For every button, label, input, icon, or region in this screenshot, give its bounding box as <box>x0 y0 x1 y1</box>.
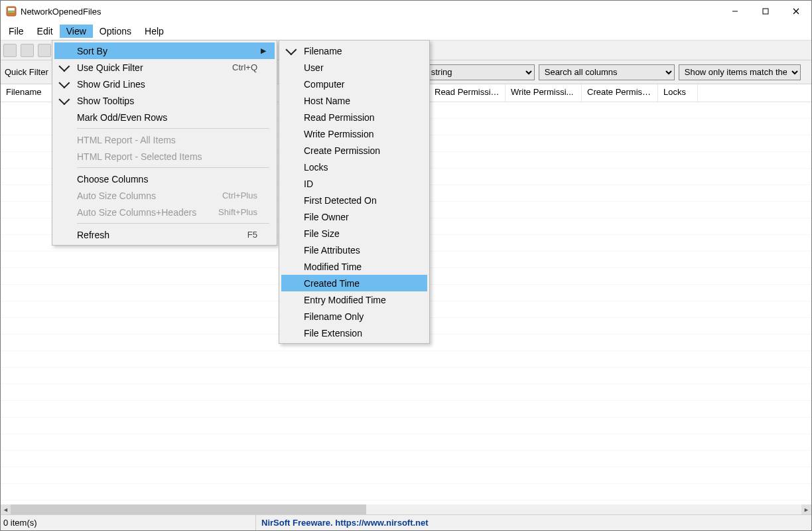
menu-show-tooltips[interactable]: Show Tooltips <box>54 92 275 109</box>
check-icon <box>58 77 70 88</box>
toolbar-button-1[interactable] <box>3 44 17 57</box>
menubar: File Edit View Options Help <box>1 22 811 40</box>
scroll-left-arrow[interactable]: ◄ <box>1 504 11 514</box>
sort-option-label: Computer <box>304 79 344 90</box>
scroll-thumb[interactable] <box>11 504 366 514</box>
scroll-right-arrow[interactable]: ► <box>801 504 811 514</box>
toolbar-button-2[interactable] <box>21 44 34 57</box>
maximize-button[interactable] <box>750 1 781 22</box>
menu-view[interactable]: View <box>60 25 93 38</box>
svg-rect-1 <box>8 8 15 11</box>
app-icon <box>6 6 17 17</box>
column-header[interactable]: Create Permiss... <box>582 84 658 102</box>
sort-by-host-name[interactable]: Host Name <box>281 92 427 109</box>
horizontal-scrollbar[interactable]: ◄ ► <box>1 504 811 514</box>
sort-option-label: File Size <box>304 228 340 239</box>
sort-option-label: Read Permission <box>304 112 375 123</box>
menu-use-quick-filter[interactable]: Use Quick FilterCtrl+Q <box>54 59 275 76</box>
menu-separator <box>77 128 269 129</box>
menu-auto-size-headers: Auto Size Columns+HeadersShift+Plus <box>54 204 275 220</box>
menu-html-selected: HTML Report - Selected Items <box>54 148 275 165</box>
sort-by-computer[interactable]: Computer <box>281 76 427 92</box>
menu-options[interactable]: Options <box>93 25 138 38</box>
menu-show-grid-lines[interactable]: Show Grid Lines <box>54 76 275 92</box>
sort-by-write-permission[interactable]: Write Permission <box>281 125 427 142</box>
menu-edit[interactable]: Edit <box>31 25 60 38</box>
menu-separator <box>77 167 269 168</box>
close-button[interactable] <box>781 1 811 22</box>
status-link[interactable]: NirSoft Freeware. https://www.nirsoft.ne… <box>256 515 811 530</box>
sort-by-file-extension[interactable]: File Extension <box>281 325 427 341</box>
sort-option-label: File Extension <box>304 328 362 339</box>
sort-option-label: Filename Only <box>304 311 364 322</box>
sort-by-file-attributes[interactable]: File Attributes <box>281 242 427 258</box>
sort-by-read-permission[interactable]: Read Permission <box>281 109 427 125</box>
sort-by-submenu: FilenameUserComputerHost NameRead Permis… <box>279 40 430 344</box>
sort-option-label: User <box>304 62 324 73</box>
sort-by-user[interactable]: User <box>281 59 427 76</box>
sort-by-created-time[interactable]: Created Time <box>281 275 427 291</box>
quick-filter-label: Quick Filter <box>5 67 48 77</box>
quick-filter-search-mode[interactable]: string <box>425 64 535 80</box>
sort-option-label: File Attributes <box>304 245 360 256</box>
sort-option-label: Entry Modified Time <box>304 295 386 305</box>
menu-refresh[interactable]: RefreshF5 <box>54 226 275 243</box>
sort-by-id[interactable]: ID <box>281 175 427 192</box>
sort-option-label: Create Permission <box>304 145 380 156</box>
column-header[interactable]: Write Permissi... <box>506 84 582 102</box>
svg-rect-4 <box>763 9 768 14</box>
status-item-count: 0 item(s) <box>1 515 256 530</box>
sort-option-label: Write Permission <box>304 129 374 139</box>
sort-option-label: First Detected On <box>304 195 377 206</box>
quick-filter-match-mode[interactable]: Show only items match the f <box>679 64 801 80</box>
sort-option-label: Modified Time <box>304 262 362 272</box>
sort-option-label: File Owner <box>304 212 349 222</box>
sort-by-file-owner[interactable]: File Owner <box>281 208 427 225</box>
sort-by-locks[interactable]: Locks <box>281 159 427 175</box>
sort-by-entry-modified-time[interactable]: Entry Modified Time <box>281 291 427 308</box>
quick-filter-columns[interactable]: Search all columns <box>539 64 675 80</box>
sort-by-filename-only[interactable]: Filename Only <box>281 308 427 325</box>
sort-option-label: Host Name <box>304 96 350 106</box>
menu-mark-odd-even[interactable]: Mark Odd/Even Rows <box>54 109 275 125</box>
statusbar: 0 item(s) NirSoft Freeware. https://www.… <box>1 514 811 530</box>
sort-option-label: Created Time <box>304 278 360 289</box>
svg-rect-2 <box>8 11 15 13</box>
sort-option-label: ID <box>304 179 313 189</box>
menu-auto-size-columns: Auto Size ColumnsCtrl+Plus <box>54 187 275 204</box>
menu-file[interactable]: File <box>2 25 31 38</box>
menu-choose-columns[interactable]: Choose Columns <box>54 171 275 187</box>
check-icon <box>285 44 297 55</box>
toolbar-button-3[interactable] <box>38 44 51 57</box>
sort-by-create-permission[interactable]: Create Permission <box>281 142 427 159</box>
view-menu-dropdown: Sort By▶ Use Quick FilterCtrl+Q Show Gri… <box>52 40 277 246</box>
column-header[interactable]: Locks <box>658 84 698 102</box>
menu-sort-by[interactable]: Sort By▶ <box>54 42 275 59</box>
chevron-right-icon: ▶ <box>257 46 269 55</box>
menu-help[interactable]: Help <box>138 25 170 38</box>
sort-by-file-size[interactable]: File Size <box>281 225 427 242</box>
check-icon <box>58 94 70 105</box>
sort-by-first-detected-on[interactable]: First Detected On <box>281 192 427 208</box>
minimize-button[interactable] <box>720 1 750 22</box>
titlebar: NetworkOpenedFiles <box>1 1 811 22</box>
sort-by-filename[interactable]: Filename <box>281 42 427 59</box>
sort-option-label: Locks <box>304 162 328 173</box>
column-header[interactable]: Read Permission <box>429 84 506 102</box>
sort-option-label: Filename <box>304 46 342 56</box>
check-icon <box>58 60 70 72</box>
menu-html-all: HTML Report - All Items <box>54 131 275 148</box>
sort-by-modified-time[interactable]: Modified Time <box>281 258 427 275</box>
menu-separator <box>77 223 269 224</box>
window-title: NetworkOpenedFiles <box>21 7 720 17</box>
